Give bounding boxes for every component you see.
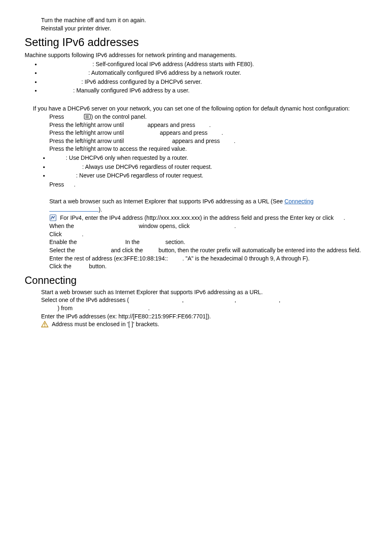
step: Press the left/right arrow until appears… (49, 137, 384, 145)
step-text: appears and press (158, 129, 209, 136)
step-text: . (234, 138, 235, 144)
step: When the window opens, click . (49, 222, 384, 230)
step: Click . (49, 230, 384, 239)
list-text: : Use DHCPv6 only when requested by a ro… (66, 154, 188, 161)
list-item: : Use DHCPv6 only when requested by a ro… (49, 154, 384, 162)
step: Start a web browser such as Internet Exp… (41, 288, 384, 297)
list-text: : Manually configured IPv6 address by a … (73, 87, 189, 94)
step-text: window opens, click (137, 223, 191, 229)
step: Enter the IPv6 addresses (ex: http://[FE… (41, 313, 384, 321)
step: Press the left/right arrow until appears… (49, 121, 384, 129)
step-text: Click (49, 231, 63, 237)
step-text: Press (49, 113, 66, 120)
step-text: . (234, 223, 236, 229)
step: Press ) on the control panel. (49, 113, 384, 121)
step: Click the button. (49, 263, 384, 271)
list-item: : Self-configured local IPv6 address (Ad… (41, 60, 384, 69)
step: Start a web browser such as Internet Exp… (49, 198, 384, 214)
dhcp-intro: If you have a DHCPv6 server on your netw… (33, 105, 384, 113)
warning-icon (41, 320, 48, 329)
connecting-link-cont[interactable] (49, 211, 99, 212)
body-para: Turn the machine off and turn it on agai… (41, 16, 384, 25)
body-para: Reinstall your printer driver. (41, 25, 384, 33)
warning-text: Address must be enclosed in '[ ]' bracke… (52, 320, 384, 329)
list-text: : IPv6 address configured by a DHCPv6 se… (81, 78, 202, 85)
step-text: appears and press (146, 122, 197, 128)
step-text: and click the (109, 247, 145, 253)
step-text: In the (124, 239, 141, 245)
dhcp-options-list: : Use DHCPv6 only when requested by a ro… (25, 154, 384, 180)
note-text: For IPv4, enter the IPv4 address (http:/… (60, 214, 335, 221)
step-text: Press the left/right arrow until (49, 129, 125, 136)
step-text: . "A" is the hexadecimal 0 through 9, A … (182, 255, 310, 262)
section-intro: Machine supports following IPv6 addresse… (25, 51, 384, 60)
step-text: . (82, 231, 83, 237)
ipv6-address-types-list: : Self-configured local IPv6 address (Ad… (25, 60, 384, 95)
note-text: . (344, 214, 345, 221)
step-text: , (235, 297, 238, 303)
step-text: . (209, 122, 211, 128)
section-heading-connecting: Connecting (25, 273, 384, 288)
section-heading-setting-ipv6: Setting IPv6 addresses (25, 35, 384, 51)
step-text: Enter the rest of address (ex:3FFE:10:88… (49, 255, 168, 262)
step-text: Enable the (49, 239, 78, 245)
step-text: ) on the control panel. (91, 113, 147, 120)
step-text: . (148, 305, 150, 311)
note: For IPv4, enter the IPv4 address (http:/… (49, 214, 384, 223)
warning: Address must be enclosed in '[ ]' bracke… (41, 320, 384, 329)
step-text: Select the (49, 247, 76, 253)
connecting-link[interactable]: Connecting (284, 198, 314, 205)
step-text: Click the (49, 263, 73, 269)
list-item: : Manually configured IPv6 address by a … (41, 87, 384, 95)
step: Enable the In the section. (49, 238, 384, 246)
svg-point-6 (44, 326, 45, 327)
step-text: Press (49, 181, 66, 188)
step-text: When the (49, 223, 76, 229)
step-text: Press the left/right arrow until (49, 138, 125, 144)
step: Select one of the IPv6 addresses ( , , ,… (41, 296, 384, 312)
step-text: . (221, 129, 223, 136)
list-item: : Automatically configured IPv6 address … (41, 69, 384, 77)
list-item: : IPv6 address configured by a DHCPv6 se… (41, 78, 384, 86)
step-text: button. (88, 263, 107, 269)
menu-icon (84, 113, 91, 121)
step-text: Press the left/right arrow until (49, 122, 125, 128)
step-text: ) from (58, 305, 74, 311)
step-text: , (182, 297, 185, 303)
list-item: : Always use DHCPv6 regardless of router… (49, 163, 384, 171)
list-text: : Automatically configured IPv6 address … (88, 69, 241, 76)
list-text: : Never use DHCPv6 regardless of router … (76, 172, 203, 179)
step-text: . (74, 181, 76, 188)
step-text: button, then the router prefix will auto… (157, 247, 361, 253)
note-icon (49, 214, 57, 223)
step: Select the and click the button, then th… (49, 246, 384, 255)
step: Press the left/right arrow to access the… (49, 145, 384, 153)
step-text: Start a web browser such as Internet Exp… (49, 198, 284, 205)
step: Press the left/right arrow until appears… (49, 129, 384, 137)
step: Press . (49, 181, 384, 189)
list-text: : Always use DHCPv6 regardless of router… (82, 164, 212, 170)
step-text: ). (99, 206, 102, 213)
step-text: appears and press (171, 138, 221, 144)
list-text: : Self-configured local IPv6 address (Ad… (92, 61, 254, 67)
step-text: section. (164, 239, 185, 245)
step: Enter the rest of address (ex:3FFE:10:88… (49, 255, 384, 263)
list-item: : Never use DHCPv6 regardless of router … (49, 172, 384, 180)
step-text: Select one of the IPv6 addresses ( (41, 297, 129, 303)
step-text: , (279, 297, 280, 303)
